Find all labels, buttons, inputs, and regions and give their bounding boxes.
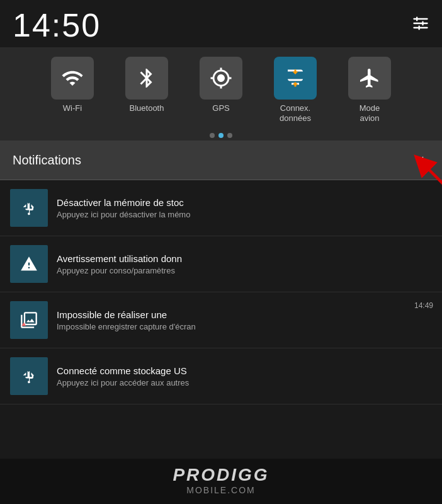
notif-title-2: Avertissement utilisation donn (57, 253, 432, 264)
wifi-icon (61, 67, 84, 89)
notification-item-warning[interactable]: Avertissement utilisation donn Appuyez p… (0, 236, 442, 292)
screenshot-icon (20, 311, 38, 329)
airplane-btn[interactable] (348, 57, 391, 100)
notif-icon-screenshot (10, 301, 48, 339)
data-label: Connex.données (280, 103, 311, 123)
toggle-wifi[interactable]: Wi-Fi (38, 57, 107, 123)
svg-rect-1 (416, 17, 417, 21)
notif-subtitle-3: Impossible enregistrer capture d'écran (57, 322, 432, 331)
gps-icon (210, 67, 232, 89)
svg-rect-0 (413, 18, 428, 20)
wifi-btn[interactable] (51, 57, 94, 100)
gps-label: GPS (212, 103, 229, 113)
bluetooth-label: Bluetooth (130, 103, 164, 113)
usb-icon-1 (20, 199, 38, 217)
notif-title-4: Connecté comme stockage US (57, 365, 432, 376)
notif-subtitle-2: Appuyez pour conso/paramètres (57, 266, 432, 275)
dot-1 (210, 133, 215, 138)
bluetooth-icon (135, 67, 158, 89)
notif-subtitle-1: Appuyez ici pour désactiver la mémo (57, 210, 432, 219)
notification-item-usb1[interactable]: Désactiver la mémoire de stoc Appuyez ic… (0, 180, 442, 236)
notif-icon-usb1 (10, 189, 48, 227)
notifications-title: Notifications (13, 153, 81, 168)
toggle-data[interactable]: Connex.données (261, 57, 330, 123)
brand-sub: MOBILE.COM (13, 485, 429, 495)
warning-icon (20, 255, 38, 273)
notif-icon-usb2 (10, 357, 48, 395)
notif-content-1: Désactiver la mémoire de stoc Appuyez ic… (57, 197, 432, 219)
toggle-gps[interactable]: GPS (186, 57, 256, 123)
settings-icon[interactable] (412, 14, 429, 36)
data-icon (284, 67, 307, 89)
toggle-bluetooth[interactable]: Bluetooth (112, 57, 181, 123)
brand-name: PRODIGG (13, 465, 429, 485)
quick-settings: Wi-Fi Bluetooth GPS Connex.donné (0, 47, 442, 128)
notification-item-usb2[interactable]: Connecté comme stockage US Appuyez ici p… (0, 348, 442, 404)
page-dots (0, 128, 442, 140)
notif-content-4: Connecté comme stockage US Appuyez ici p… (57, 365, 432, 387)
notif-time-3: 14:49 (414, 301, 433, 310)
toggle-airplane[interactable]: Modeavion (335, 57, 404, 123)
branding-footer: PRODIGG MOBILE.COM (0, 459, 442, 504)
notif-subtitle-4: Appuyez ici pour accéder aux autres (57, 378, 432, 387)
svg-rect-5 (419, 26, 420, 30)
notification-item-screenshot[interactable]: Impossible de réaliser une Impossible en… (0, 292, 442, 348)
airplane-label: Modeavion (360, 103, 380, 123)
notifications-header: Notifications × (0, 140, 442, 180)
wifi-label: Wi-Fi (63, 103, 82, 113)
notif-title-3: Impossible de réaliser une (57, 309, 432, 320)
close-notifications-button[interactable]: × (411, 149, 429, 171)
svg-rect-2 (413, 23, 428, 24)
data-btn[interactable] (274, 57, 317, 100)
notif-icon-warning (10, 245, 48, 283)
notif-content-3: Impossible de réaliser une Impossible en… (57, 309, 432, 331)
gps-btn[interactable] (200, 57, 242, 100)
notification-list: Désactiver la mémoire de stoc Appuyez ic… (0, 180, 442, 404)
clock: 14:50 (13, 6, 101, 44)
notif-content-2: Avertissement utilisation donn Appuyez p… (57, 253, 432, 275)
svg-rect-4 (413, 27, 428, 28)
airplane-icon (358, 67, 381, 89)
status-bar: 14:50 (0, 0, 442, 47)
usb-icon-2 (20, 367, 38, 385)
dot-3 (227, 133, 232, 138)
bluetooth-btn[interactable] (125, 57, 168, 100)
dot-2 (218, 133, 224, 138)
svg-rect-3 (422, 21, 423, 26)
notif-title-1: Désactiver la mémoire de stoc (57, 197, 432, 208)
